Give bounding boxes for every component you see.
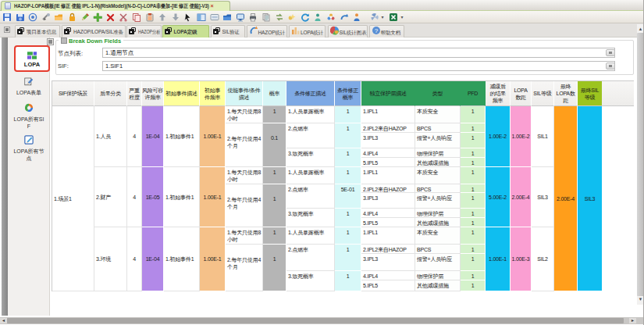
- svg-text:?: ?: [374, 27, 378, 34]
